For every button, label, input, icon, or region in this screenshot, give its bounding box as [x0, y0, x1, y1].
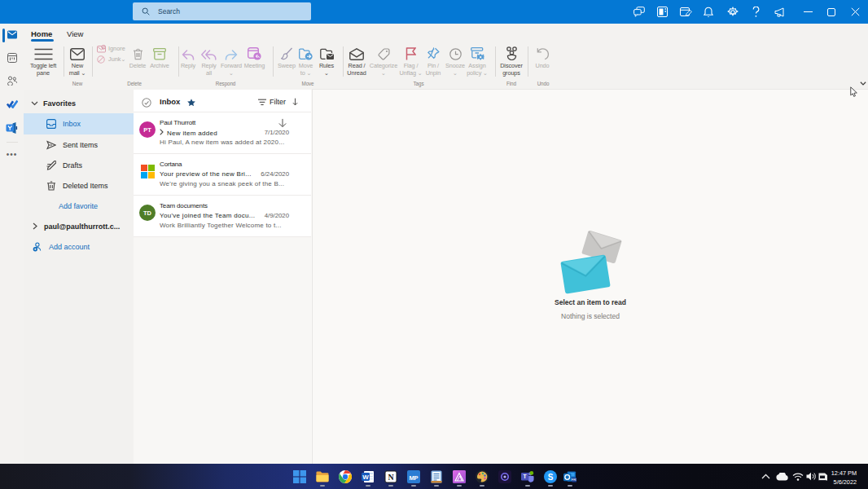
svg-text:FRI: FRI [572, 478, 576, 482]
svg-text:S: S [548, 473, 554, 482]
svg-text:MP: MP [409, 474, 418, 482]
svg-text:W: W [362, 474, 369, 481]
svg-text:T: T [524, 474, 527, 479]
svg-text:N: N [388, 473, 394, 482]
